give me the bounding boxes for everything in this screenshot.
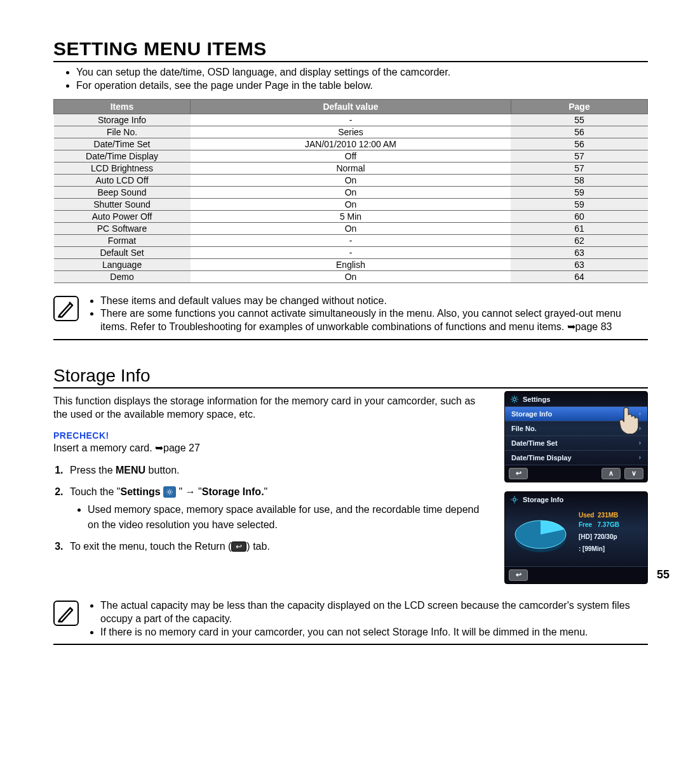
storage-stats: Used 231MB Free 7.37GB [HD] 720/30p : [9… — [579, 510, 619, 561]
chevron-right-icon: › — [639, 410, 641, 417]
cell-item: PC Software — [54, 222, 191, 234]
cell-item: Default Set — [54, 246, 191, 258]
table-row: Auto Power Off5 Min60 — [54, 210, 648, 222]
cell-default: Series — [191, 126, 511, 138]
intro-bullet: You can setup the date/time, OSD languag… — [76, 66, 648, 79]
scroll-down-button[interactable]: ∨ — [624, 468, 643, 479]
svg-point-0 — [168, 491, 171, 493]
cell-default: 5 Min — [191, 210, 511, 222]
note-icon — [53, 296, 79, 321]
table-row: Auto LCD OffOn58 — [54, 174, 648, 186]
cell-default: On — [191, 186, 511, 198]
svg-line-15 — [516, 401, 517, 402]
cell-page: 58 — [511, 174, 647, 186]
cell-default: - — [191, 234, 511, 246]
intro-list: You can setup the date/time, OSD languag… — [53, 66, 648, 93]
cell-default: English — [191, 258, 511, 270]
svg-line-14 — [512, 397, 513, 397]
section-title: SETTING MENU ITEMS — [53, 38, 648, 62]
settings-gear-icon — [163, 486, 176, 498]
chevron-right-icon: › — [639, 454, 641, 461]
return-button[interactable]: ↩ — [509, 468, 528, 479]
cell-item: File No. — [54, 126, 191, 138]
step-3: To exit the menu, touch the Return (↩) t… — [66, 539, 490, 554]
table-row: Date/Time DisplayOff57 — [54, 150, 648, 162]
cell-item: Format — [54, 234, 191, 246]
cell-default: Normal — [191, 162, 511, 174]
cell-page: 56 — [511, 138, 647, 150]
cell-default: On — [191, 270, 511, 282]
precheck-label: PRECHECK! — [53, 430, 490, 441]
cell-default: Off — [191, 150, 511, 162]
svg-line-16 — [512, 401, 513, 402]
table-row: Beep SoundOn59 — [54, 186, 648, 198]
table-row: Storage Info-55 — [54, 114, 648, 126]
cell-item: Demo — [54, 270, 191, 282]
table-row: LCD BrightnessNormal57 — [54, 162, 648, 174]
lcd-screenshot-settings: Settings Storage Info› File No.› Date/Ti… — [504, 391, 648, 482]
cell-item: Date/Time Display — [54, 150, 191, 162]
lcd-menu-item[interactable]: Date/Time Set› — [505, 435, 647, 450]
note-icon — [53, 601, 79, 626]
cell-page: 63 — [511, 258, 647, 270]
note-bullet: If there is no memory card in your camco… — [100, 626, 648, 639]
subsection-title: Storage Info — [53, 366, 648, 389]
lcd-menu-item[interactable]: Storage Info› — [505, 406, 647, 421]
return-button[interactable]: ↩ — [509, 569, 528, 581]
cell-item: Language — [54, 258, 191, 270]
scroll-up-button[interactable]: ∧ — [602, 468, 621, 479]
table-row: File No.Series56 — [54, 126, 648, 138]
cell-default: On — [191, 174, 511, 186]
svg-point-9 — [513, 398, 516, 401]
cell-item: Shutter Sound — [54, 198, 191, 210]
cell-default: On — [191, 222, 511, 234]
note-block: The actual capacity may be less than the… — [53, 599, 648, 645]
step-2-sub: Used memory space, memory space availabl… — [88, 502, 490, 533]
page-number: 55 — [657, 568, 669, 581]
cell-page: 55 — [511, 114, 647, 126]
cell-page: 61 — [511, 222, 647, 234]
cell-page: 57 — [511, 150, 647, 162]
cell-page: 64 — [511, 270, 647, 282]
note-bullet: These items and default values may be ch… — [100, 295, 648, 308]
svg-line-5 — [168, 490, 168, 491]
lcd-menu-item[interactable]: Date/Time Display› — [505, 450, 647, 465]
step-2: Touch the "Settings " → "Storage Info." … — [66, 484, 490, 533]
table-row: PC SoftwareOn61 — [54, 222, 648, 234]
table-row: Format-62 — [54, 234, 648, 246]
table-row: Date/Time SetJAN/01/2010 12:00 AM56 — [54, 138, 648, 150]
chevron-right-icon: › — [639, 439, 641, 446]
intro-bullet: For operation details, see the page unde… — [76, 79, 648, 93]
th-default: Default value — [191, 99, 511, 114]
note-bullet: The actual capacity may be less than the… — [100, 599, 648, 626]
return-icon: ↩ — [231, 541, 246, 552]
svg-line-8 — [172, 490, 172, 491]
cell-item: Beep Sound — [54, 186, 191, 198]
cell-default: - — [191, 114, 511, 126]
cell-page: 56 — [511, 126, 647, 138]
table-row: Shutter SoundOn59 — [54, 198, 648, 210]
storage-description: This function displays the storage infor… — [53, 395, 490, 422]
lcd-title: Settings — [523, 395, 550, 403]
lcd-menu-item[interactable]: File No.› — [505, 421, 647, 435]
table-row: LanguageEnglish63 — [54, 258, 648, 270]
svg-line-17 — [516, 397, 517, 397]
note-block: These items and default values may be ch… — [53, 295, 648, 340]
cell-page: 59 — [511, 186, 647, 198]
table-row: Default Set-63 — [54, 246, 648, 258]
th-items: Items — [54, 99, 191, 114]
cell-item: Auto Power Off — [54, 210, 191, 222]
cell-page: 57 — [511, 162, 647, 174]
svg-line-7 — [168, 494, 168, 495]
cell-default: - — [191, 246, 511, 258]
note-bullet: There are some functions you cannot acti… — [100, 307, 648, 334]
svg-line-6 — [172, 494, 172, 495]
cell-item: Date/Time Set — [54, 138, 191, 150]
gear-icon — [510, 495, 519, 504]
chevron-right-icon: › — [639, 425, 641, 432]
cell-default: On — [191, 198, 511, 210]
table-row: DemoOn64 — [54, 270, 648, 282]
cell-item: Storage Info — [54, 114, 191, 126]
settings-table: Items Default value Page Storage Info-55… — [53, 99, 648, 283]
lcd-title: Storage Info — [523, 496, 563, 503]
